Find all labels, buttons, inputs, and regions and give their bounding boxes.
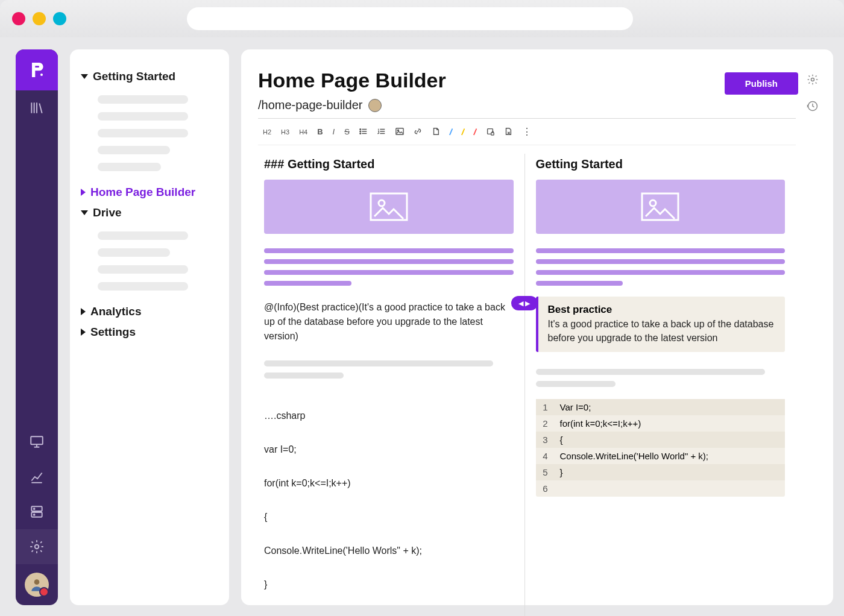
toolbar-image[interactable] bbox=[395, 127, 404, 137]
preview-pane: Getting Started Best practice It's a goo… bbox=[525, 154, 796, 616]
publish-button[interactable]: Publish bbox=[725, 72, 798, 95]
toolbar-more[interactable]: ⋮ bbox=[522, 126, 531, 137]
sidebar-item-getting-started[interactable]: Getting Started bbox=[81, 66, 218, 87]
svg-point-5 bbox=[34, 514, 35, 515]
window-minimize-dot[interactable] bbox=[33, 12, 46, 25]
sidebar-item-label: Analytics bbox=[90, 305, 141, 318]
page-slug[interactable]: /home-page-builder bbox=[258, 98, 362, 112]
toolbar-h4[interactable]: H4 bbox=[299, 128, 307, 136]
toolbar-lock[interactable] bbox=[486, 127, 494, 137]
split-divider: ◀ ▶ bbox=[524, 154, 525, 616]
svg-point-19 bbox=[811, 78, 814, 81]
split-handle[interactable]: ◀ ▶ bbox=[511, 296, 538, 310]
icon-rail bbox=[16, 49, 58, 605]
svg-point-0 bbox=[40, 74, 43, 76]
window-maximize-dot[interactable] bbox=[53, 12, 66, 25]
rail-settings[interactable] bbox=[16, 529, 58, 564]
toolbar-highlight-yellow[interactable]: / bbox=[461, 127, 465, 137]
svg-point-12 bbox=[397, 130, 398, 131]
sidebar-item-analytics[interactable]: Analytics bbox=[81, 301, 218, 322]
toolbar-numbered-list[interactable] bbox=[377, 127, 386, 137]
page-title: Home Page Builder bbox=[258, 69, 796, 92]
rail-monitor[interactable] bbox=[16, 424, 58, 459]
sidebar-item-label: Settings bbox=[90, 325, 136, 339]
history-icon[interactable] bbox=[807, 100, 819, 115]
callout-box: Best practice It's a good practice to ta… bbox=[536, 297, 786, 352]
chevron-down-icon bbox=[81, 210, 88, 215]
editor-pane[interactable]: ### Getting Started @(Info)(Best practic… bbox=[258, 154, 524, 616]
text-skeleton bbox=[536, 248, 786, 286]
editor-code-raw: ….csharp var I=0; for(int k=0;k<=I;k++) … bbox=[264, 391, 514, 616]
sidebar-item-label: Getting Started bbox=[93, 70, 175, 83]
svg-point-10 bbox=[360, 133, 361, 134]
rail-library[interactable] bbox=[16, 90, 58, 125]
chevron-right-icon bbox=[81, 189, 86, 196]
svg-point-8 bbox=[360, 128, 361, 130]
toolbar-strikethrough[interactable]: S bbox=[344, 127, 350, 136]
editor-heading-raw: ### Getting Started bbox=[264, 157, 514, 171]
svg-point-7 bbox=[34, 579, 40, 585]
svg-rect-11 bbox=[396, 128, 403, 134]
chevron-down-icon bbox=[81, 74, 88, 79]
code-block: 1Var I=0; 2for(int k=0;k<=I;k++) 3{ 4 Co… bbox=[536, 399, 786, 497]
toolbar-highlight-blue[interactable]: / bbox=[449, 127, 453, 137]
svg-point-9 bbox=[360, 131, 361, 132]
slug-row: /home-page-builder bbox=[258, 98, 796, 119]
chevron-right-icon bbox=[81, 328, 86, 336]
rail-storage[interactable] bbox=[16, 494, 58, 529]
text-skeleton bbox=[264, 248, 514, 286]
preview-heading: Getting Started bbox=[536, 157, 786, 171]
sidebar: Getting Started Home Page Builder Drive … bbox=[70, 49, 229, 605]
sidebar-item-label: Drive bbox=[93, 206, 122, 219]
sidebar-item-settings[interactable]: Settings bbox=[81, 322, 218, 342]
url-bar[interactable] bbox=[187, 7, 633, 30]
browser-chrome bbox=[0, 0, 844, 37]
image-placeholder bbox=[536, 180, 786, 234]
chevron-right-icon bbox=[81, 308, 86, 315]
skeleton-group bbox=[98, 95, 218, 171]
sidebar-item-drive[interactable]: Drive bbox=[81, 203, 218, 223]
editor-callout-raw: @(Info)(Best practice)(It's a good pract… bbox=[264, 300, 514, 344]
toolbar-italic[interactable]: I bbox=[333, 127, 335, 136]
app-logo[interactable] bbox=[16, 49, 58, 90]
main-content: Home Page Builder Publish /home-page-bui… bbox=[241, 49, 833, 605]
rail-analytics[interactable] bbox=[16, 459, 58, 494]
svg-point-6 bbox=[35, 545, 39, 549]
svg-point-16 bbox=[379, 200, 385, 206]
svg-rect-14 bbox=[491, 132, 494, 134]
collaborator-avatar[interactable] bbox=[368, 99, 382, 112]
window-controls bbox=[12, 12, 66, 25]
toolbar-bullet-list[interactable] bbox=[359, 127, 368, 137]
window-close-dot[interactable] bbox=[12, 12, 25, 25]
skeleton-group bbox=[98, 231, 218, 291]
toolbar-h3[interactable]: H3 bbox=[281, 128, 289, 136]
editor-toolbar: H2 H3 H4 B I S / / / ⋮ bbox=[258, 119, 796, 145]
settings-icon[interactable] bbox=[807, 74, 819, 88]
sidebar-item-home-page-builder[interactable]: Home Page Builder bbox=[81, 182, 218, 203]
svg-point-18 bbox=[650, 200, 656, 206]
toolbar-bold[interactable]: B bbox=[317, 127, 323, 136]
toolbar-file[interactable] bbox=[432, 127, 440, 137]
extras-rail bbox=[805, 69, 820, 593]
toolbar-delete[interactable] bbox=[504, 127, 512, 137]
toolbar-h2[interactable]: H2 bbox=[263, 128, 271, 136]
split-view: ### Getting Started @(Info)(Best practic… bbox=[258, 154, 796, 616]
toolbar-highlight-red[interactable]: / bbox=[473, 127, 477, 137]
callout-title: Best practice bbox=[548, 304, 776, 316]
chevron-left-icon: ◀ bbox=[518, 300, 523, 307]
image-placeholder[interactable] bbox=[264, 180, 514, 234]
user-avatar[interactable] bbox=[25, 573, 49, 597]
svg-rect-1 bbox=[31, 436, 43, 444]
sidebar-item-label: Home Page Builder bbox=[90, 186, 195, 199]
toolbar-link[interactable] bbox=[414, 127, 422, 137]
svg-point-4 bbox=[34, 508, 35, 509]
callout-body: It's a good practice to take a back up o… bbox=[548, 317, 776, 345]
chevron-right-icon: ▶ bbox=[525, 300, 530, 307]
